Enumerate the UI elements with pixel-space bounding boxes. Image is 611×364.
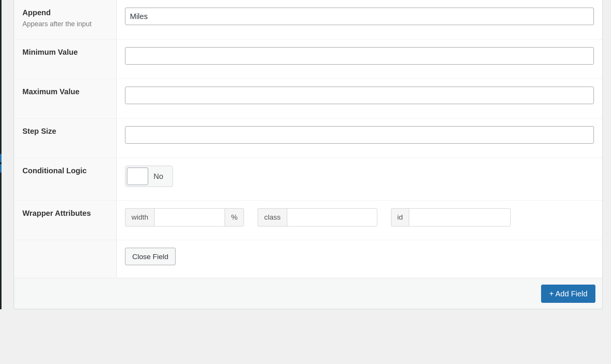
input-col: [117, 79, 602, 118]
maximum-value-input[interactable]: [125, 87, 594, 104]
desc-append: Appears after the input: [22, 20, 111, 28]
wrapper-id-input[interactable]: [409, 208, 511, 226]
row-conditional-logic: Conditional Logic No: [14, 158, 602, 201]
label-col: Wrapper Attributes: [14, 201, 117, 240]
sidebar-active-indicator: [0, 154, 2, 162]
row-close-field: Close Field: [14, 240, 602, 278]
wrapper-class-group: class: [258, 208, 377, 226]
input-col: width % class id: [117, 201, 602, 240]
label-maximum-value: Maximum Value: [22, 87, 111, 97]
input-col: [117, 40, 602, 79]
wrapper-attributes-group: width % class id: [125, 208, 594, 226]
row-append: Append Appears after the input: [14, 0, 602, 40]
label-col: Conditional Logic: [14, 158, 117, 200]
toggle-state-label: No: [148, 168, 171, 185]
width-prefix-label: width: [125, 208, 154, 226]
wrapper-class-input[interactable]: [287, 208, 377, 226]
class-prefix-label: class: [258, 208, 287, 226]
input-col: No: [117, 158, 602, 200]
add-field-button[interactable]: + Add Field: [541, 285, 595, 303]
toggle-knob: [127, 168, 148, 185]
sidebar-active-indicator: [0, 164, 2, 173]
id-prefix-label: id: [391, 208, 409, 226]
wrapper-width-group: width %: [125, 208, 244, 226]
append-input[interactable]: [125, 8, 594, 25]
label-step-size: Step Size: [22, 126, 111, 136]
input-col: [117, 119, 602, 158]
label-col: Append Appears after the input: [14, 0, 117, 39]
field-settings-panel: Append Appears after the input Minimum V…: [14, 0, 603, 309]
label-col: Minimum Value: [14, 40, 117, 79]
label-append: Append: [22, 8, 111, 18]
label-conditional-logic: Conditional Logic: [22, 166, 111, 176]
input-col: [117, 0, 602, 39]
row-wrapper-attributes: Wrapper Attributes width % class id: [14, 201, 602, 240]
row-minimum-value: Minimum Value: [14, 40, 602, 79]
label-minimum-value: Minimum Value: [22, 47, 111, 57]
wrapper-id-group: id: [391, 208, 511, 226]
label-col: [14, 240, 117, 278]
row-maximum-value: Maximum Value: [14, 79, 602, 119]
step-size-input[interactable]: [125, 126, 594, 144]
width-unit-label: %: [225, 208, 244, 226]
row-step-size: Step Size: [14, 119, 602, 158]
label-col: Maximum Value: [14, 79, 117, 118]
panel-footer: + Add Field: [14, 278, 602, 309]
close-field-button[interactable]: Close Field: [125, 248, 176, 265]
label-wrapper-attributes: Wrapper Attributes: [22, 208, 111, 218]
wrapper-width-input[interactable]: [154, 208, 225, 226]
label-col: Step Size: [14, 119, 117, 158]
conditional-logic-toggle[interactable]: No: [125, 166, 173, 187]
minimum-value-input[interactable]: [125, 47, 594, 65]
input-col: Close Field: [117, 240, 602, 278]
